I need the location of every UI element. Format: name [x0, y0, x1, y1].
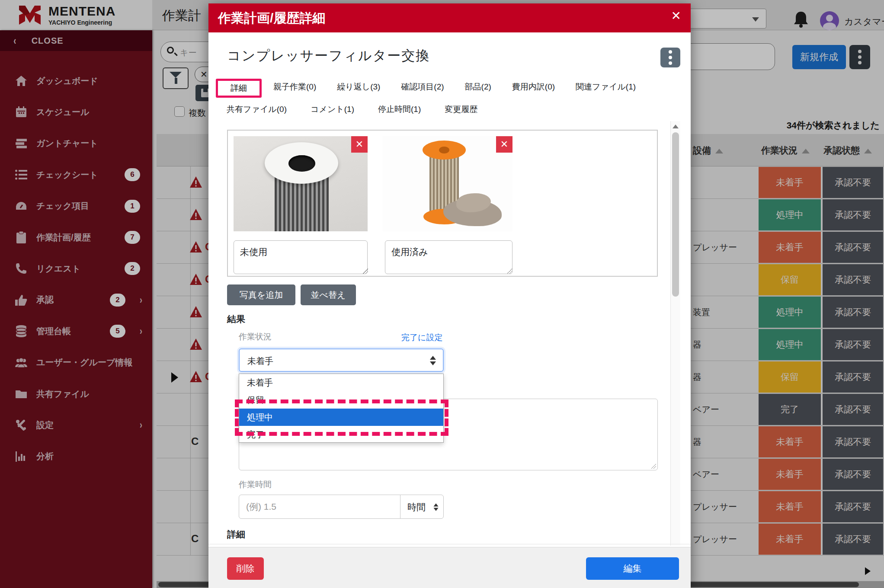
status-select[interactable]: 未着手	[239, 348, 444, 372]
photo-gallery: ✕ ✕ 未使用 使用済み	[227, 130, 658, 277]
tab-detail-active[interactable]: 詳細	[216, 79, 262, 98]
modal-tab-1[interactable]: 親子作業(0)	[273, 81, 316, 93]
delete-photo-icon[interactable]: ✕	[496, 136, 512, 153]
modal-tab2-2[interactable]: 停止時間(1)	[378, 104, 421, 115]
modal-tab2-0[interactable]: 共有ファイル(0)	[227, 104, 287, 115]
modal-tab-5[interactable]: 費用内訳(0)	[512, 81, 555, 93]
modal-header-title: 作業計画/履歴詳細	[218, 10, 325, 27]
resize-grip-icon[interactable]	[507, 268, 512, 274]
photo-unused-filter[interactable]	[234, 136, 368, 231]
photo-caption-input[interactable]: 未使用	[234, 240, 368, 274]
result-section-label: 結果	[227, 313, 245, 325]
worktime-unit-value: 時間	[407, 501, 426, 513]
close-icon[interactable]: ✕	[671, 9, 681, 23]
divider	[208, 544, 691, 544]
app-root: MENTENA YACHIYO Engineering 作業計 カスタマーサポー…	[0, 0, 884, 588]
modal-scrollbar[interactable]	[670, 121, 680, 546]
modal-tab-3[interactable]: 確認項目(2)	[401, 81, 444, 93]
resize-grip-icon[interactable]	[363, 268, 368, 274]
worktime-input[interactable]: (例) 1.5	[239, 495, 400, 519]
modal-tabs-row2: 共有ファイル(0)コメント(1)停止時間(1)変更履歴	[227, 104, 477, 115]
scrollbar-thumb[interactable]	[672, 132, 679, 297]
select-arrows-icon	[433, 503, 438, 511]
worktime-group: (例) 1.5 時間	[239, 495, 444, 519]
detail-section-label: 詳細	[227, 528, 245, 540]
modal-tab-4[interactable]: 部品(2)	[465, 81, 491, 93]
delete-photo-icon[interactable]: ✕	[351, 136, 368, 153]
status-option-2[interactable]: 処理中	[239, 409, 443, 426]
status-option-0[interactable]: 未着手	[239, 374, 443, 391]
modal-header: 作業計画/履歴詳細 ✕	[208, 3, 691, 32]
edit-button[interactable]: 編集	[586, 557, 679, 580]
modal-tab2-3[interactable]: 変更履歴	[445, 104, 477, 115]
add-photo-button[interactable]: 写真を追加	[227, 284, 295, 305]
photo-caption-input[interactable]: 使用済み	[385, 240, 512, 274]
modal-tab2-1[interactable]: コメント(1)	[311, 104, 354, 115]
status-select-value: 未着手	[247, 355, 273, 367]
kebab-icon	[660, 50, 680, 65]
set-complete-link[interactable]: 完了に設定	[401, 332, 445, 343]
scroll-up-icon[interactable]	[673, 125, 679, 128]
resize-grip-icon	[651, 463, 656, 469]
modal-tabs-row1: 親子作業(0)繰り返し(3)確認項目(2)部品(2)費用内訳(0)関連ファイル(…	[273, 81, 636, 93]
sort-photos-button[interactable]: 並べ替え	[301, 284, 356, 305]
status-dropdown-list: 未着手保留処理中完了	[239, 374, 444, 443]
work-detail-modal: 作業計画/履歴詳細 ✕ コンプレッサーフィルター交換 詳細 親子作業(0)繰り返…	[208, 3, 691, 588]
photo-used-filter[interactable]	[383, 136, 512, 231]
modal-tab-6[interactable]: 関連ファイル(1)	[576, 81, 636, 93]
status-field-label: 作業状況	[239, 331, 272, 342]
status-option-3[interactable]: 完了	[239, 426, 443, 443]
worktime-unit-select[interactable]: 時間	[400, 495, 444, 519]
worktime-label: 作業時間	[239, 479, 272, 490]
modal-footer: 削除 編集	[208, 547, 691, 588]
status-option-1[interactable]: 保留	[239, 391, 443, 409]
work-title: コンプレッサーフィルター交換	[227, 47, 430, 65]
modal-kebab-menu-button[interactable]	[660, 48, 680, 67]
select-arrows-icon	[430, 356, 436, 365]
delete-button[interactable]: 削除	[227, 557, 264, 580]
modal-tab-2[interactable]: 繰り返し(3)	[337, 81, 380, 93]
